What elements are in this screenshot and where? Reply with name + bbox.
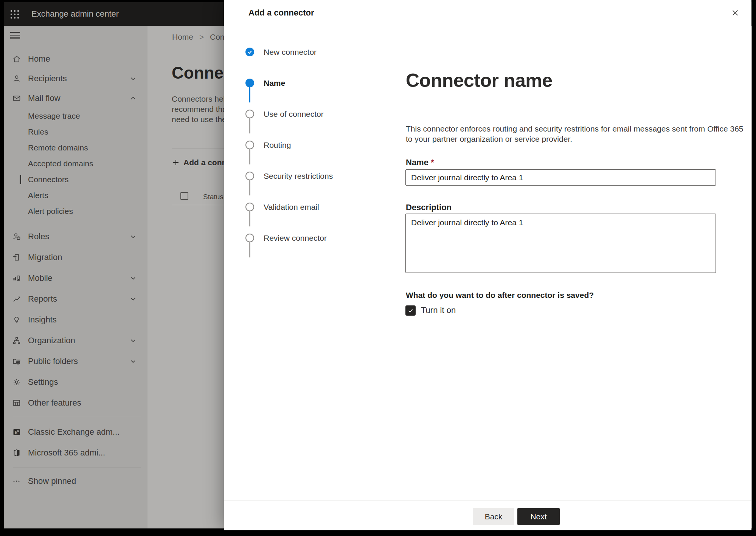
ellipsis-icon bbox=[12, 477, 21, 486]
wizard-steps: New connector Name Use of connector Rout… bbox=[224, 25, 380, 500]
add-connector-button[interactable]: Add a conn bbox=[172, 155, 227, 170]
sidebar-item-mail-flow[interactable]: Mail flow bbox=[4, 88, 147, 108]
m365-icon bbox=[12, 448, 21, 457]
table-grid-icon bbox=[12, 398, 21, 407]
sidebar-item-migration[interactable]: Migration bbox=[4, 247, 147, 268]
hamburger-menu-icon[interactable] bbox=[10, 32, 20, 39]
selected-indicator bbox=[20, 175, 21, 184]
step-current-icon bbox=[245, 79, 254, 87]
sidebar-item-accepted-domains[interactable]: Accepted domains bbox=[4, 156, 147, 172]
step-name: Name bbox=[224, 78, 380, 88]
select-all-checkbox[interactable] bbox=[180, 192, 188, 200]
sidebar-item-alerts[interactable]: Alerts bbox=[4, 187, 147, 203]
person-icon bbox=[12, 74, 21, 83]
sidebar-item-label: Message trace bbox=[28, 112, 80, 121]
chevron-down-icon bbox=[129, 337, 137, 344]
description-textarea[interactable]: Deliver journal directly to Area 1 bbox=[405, 214, 716, 273]
step-circle-icon bbox=[245, 110, 254, 118]
checkbox-checked-icon[interactable] bbox=[405, 305, 416, 316]
sidebar-item-settings[interactable]: Settings bbox=[4, 372, 147, 392]
sidebar-divider bbox=[13, 468, 141, 468]
folder-globe-icon bbox=[12, 357, 21, 366]
sidebar-item-show-pinned[interactable]: Show pinned bbox=[4, 471, 147, 491]
sidebar-item-label: Remote domains bbox=[28, 143, 88, 152]
name-input[interactable] bbox=[405, 169, 716, 186]
sidebar-item-microsoft-365-admin[interactable]: Microsoft 365 admi... bbox=[4, 442, 147, 463]
mobile-icon bbox=[12, 274, 21, 283]
sidebar-item-insights[interactable]: Insights bbox=[4, 309, 147, 330]
sidebar-item-label: Reports bbox=[28, 294, 57, 304]
org-tree-icon bbox=[12, 336, 21, 345]
sidebar-divider bbox=[13, 417, 141, 417]
line-chart-icon bbox=[12, 294, 21, 304]
classic-exchange-icon: E bbox=[12, 428, 21, 437]
sidebar-item-recipients[interactable]: Recipients bbox=[4, 69, 147, 88]
turn-it-on-checkbox-row[interactable]: Turn it on bbox=[405, 305, 456, 316]
plus-icon bbox=[172, 158, 180, 167]
svg-text:E: E bbox=[15, 430, 17, 434]
step-circle-icon bbox=[245, 203, 254, 211]
sidebar-item-label: Home bbox=[28, 54, 50, 64]
sidebar-item-label: Insights bbox=[28, 315, 57, 325]
sidebar-item-label: Migration bbox=[28, 253, 62, 262]
sidebar-item-label: Rules bbox=[28, 127, 48, 136]
chevron-down-icon bbox=[129, 233, 137, 240]
breadcrumb-home-link[interactable]: Home bbox=[172, 33, 193, 41]
next-button[interactable]: Next bbox=[517, 508, 560, 525]
turn-it-on-label: Turn it on bbox=[421, 305, 456, 315]
sidebar-item-label: Roles bbox=[28, 232, 49, 242]
sidebar-item-rules[interactable]: Rules bbox=[4, 124, 147, 140]
step-circle-icon bbox=[245, 234, 254, 242]
sidebar-item-label: Show pinned bbox=[28, 476, 76, 486]
close-icon[interactable] bbox=[728, 5, 743, 20]
sidebar-item-message-trace[interactable]: Message trace bbox=[4, 108, 147, 124]
sidebar-item-other-features[interactable]: Other features bbox=[4, 392, 147, 413]
sidebar-item-classic-exchange[interactable]: E Classic Exchange adm... bbox=[4, 421, 147, 442]
sidebar-item-public-folders[interactable]: Public folders bbox=[4, 351, 147, 372]
app-launcher-icon[interactable] bbox=[9, 9, 20, 20]
step-use-of-connector: Use of connector bbox=[224, 109, 380, 119]
sidebar-item-organization[interactable]: Organization bbox=[4, 330, 147, 351]
chevron-down-icon bbox=[129, 75, 137, 82]
sidebar-item-label: Alert policies bbox=[28, 207, 73, 216]
description-field-label: Description bbox=[406, 203, 452, 212]
step-validation-email: Validation email bbox=[224, 202, 380, 212]
sidebar-item-connectors[interactable]: Connectors bbox=[4, 172, 147, 187]
chevron-down-icon bbox=[129, 358, 137, 365]
sidebar-item-label: Alerts bbox=[28, 191, 48, 200]
dialog-title: Add a connector bbox=[248, 0, 314, 25]
name-field-label: Name* bbox=[406, 158, 434, 167]
step-circle-icon bbox=[245, 141, 254, 149]
chevron-down-icon bbox=[129, 274, 137, 282]
dialog-footer: Back Next bbox=[224, 500, 751, 530]
chevron-down-icon bbox=[129, 295, 137, 303]
sidebar-item-label: Other features bbox=[28, 398, 81, 408]
home-icon bbox=[12, 54, 21, 64]
lightbulb-icon bbox=[12, 315, 21, 324]
sidebar-item-label: Organization bbox=[28, 336, 75, 345]
connector-name-title: Connector name bbox=[406, 70, 553, 91]
back-button[interactable]: Back bbox=[473, 508, 514, 525]
sidebar-item-reports[interactable]: Reports bbox=[4, 288, 147, 309]
connector-description-text: This connector enforces routing and secu… bbox=[406, 124, 744, 144]
sidebar-item-roles[interactable]: Roles bbox=[4, 226, 147, 247]
step-routing: Routing bbox=[224, 140, 380, 150]
sidebar-item-label: Mail flow bbox=[28, 93, 61, 103]
migration-icon bbox=[12, 253, 21, 262]
sidebar-item-alert-policies[interactable]: Alert policies bbox=[4, 203, 147, 219]
app-title: Exchange admin center bbox=[31, 2, 119, 26]
gear-icon bbox=[12, 378, 21, 387]
chevron-up-icon bbox=[129, 94, 137, 102]
mail-icon bbox=[12, 94, 21, 103]
add-connector-label: Add a conn bbox=[183, 158, 227, 167]
person-badge-icon bbox=[12, 232, 21, 241]
sidebar-item-home[interactable]: Home bbox=[4, 49, 147, 69]
sidebar-item-mobile[interactable]: Mobile bbox=[4, 268, 147, 288]
required-marker: * bbox=[431, 158, 434, 167]
sidebar-item-label: Accepted domains bbox=[28, 159, 93, 168]
sidebar: Home Recipients Mail flow Message trace … bbox=[4, 26, 147, 528]
step-new-connector: New connector bbox=[224, 47, 380, 57]
dialog-header: Add a connector bbox=[224, 0, 751, 25]
sidebar-item-remote-domains[interactable]: Remote domains bbox=[4, 140, 147, 156]
step-circle-icon bbox=[245, 172, 254, 180]
